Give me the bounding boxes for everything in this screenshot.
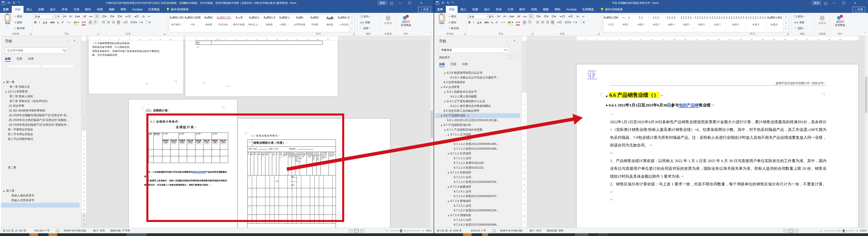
signin-button[interactable]: 登录 [812,1,821,5]
style-item[interactable]: 1.1.1.1.1.1.1.1.标题 8 [726,14,745,32]
nav-tab-pages[interactable]: 页面 [451,63,456,67]
zoom-percentage[interactable]: 60% [426,228,431,233]
style-item[interactable]: A a B附件大标题 [231,14,247,32]
justify-icon[interactable] [117,20,120,25]
nav-tree-item[interactable]: 6.7.1.1.3 发票2421200000001598... [435,146,520,151]
paste-button[interactable]: 粘贴▾ [3,14,13,28]
restore-button[interactable] [406,0,413,6]
accessibility-indicator[interactable]: 辅助功能: 不可用 [110,228,130,233]
nav-tree-item[interactable]: 6.7.1.2.1 合同 [435,156,520,161]
nav-tab-headings[interactable]: 标题 [439,63,445,67]
style-item[interactable]: AaBbCcDc访问过的... [216,14,231,32]
zoom-slider-thumb[interactable] [400,229,402,232]
replace-button[interactable]: ab⇄ 替换 [794,21,805,24]
document-page[interactable]: 备品备件应是性能良好、拆卸更换方便的与原产品同型号、同规格的备品 一个大修期需要… [89,41,183,94]
nav-tree-item[interactable]: 第二节专用合同条款 [1,132,80,137]
expander-icon[interactable] [447,170,451,175]
nav-tree-item[interactable]: 6.3 信用等级评价 [435,80,520,85]
nav-tree-item[interactable]: 6.2.6.1 全国认证认可信息公共服务平... [435,75,520,80]
ribbon-tab[interactable]: 绘图 [469,6,481,13]
nav-tree-item[interactable]: 6.6.1 2022年1月1日至2025年6月30日参... [435,118,520,123]
ribbon-display-options-icon[interactable]: ∨ [388,0,395,6]
taskbar-app-block[interactable] [126,233,147,236]
nav-tree-item[interactable] [1,203,80,208]
search-input[interactable] [6,49,56,52]
ribbon-tab[interactable]: 百度网盘 [145,6,163,13]
search-icon[interactable]: 🔍̸ ▾ [62,48,67,53]
save-to-baidu-button[interactable]: 保存到百度网盘 [398,14,414,27]
align-center-icon[interactable] [541,20,544,25]
ribbon-tab[interactable]: 视图 [106,6,118,13]
select-button[interactable]: ↖ 选择 ▾ [794,27,804,30]
nav-tree-item[interactable]: 第二章 投标人须知 [1,94,80,99]
ribbon-tab[interactable]: 开始 [12,6,24,13]
nav-tab-pages[interactable]: 页面 [17,57,22,61]
read-mode-icon[interactable] [349,229,353,232]
replace-button[interactable]: ab⇄ 替换 [360,21,370,24]
style-item[interactable]: 1.1.1.1.1.1.1.1.1.标题 9 [745,14,767,32]
accessibility-indicator[interactable]: 辅助功能: 调查 [547,228,563,233]
print-layout-icon[interactable] [789,229,793,232]
word-count[interactable]: 8/51383 个字 [34,228,50,233]
distribute-icon[interactable]: ⇿ [557,20,562,25]
font-name-box[interactable]: 宋体▼ [468,14,488,19]
add-ins-button[interactable]: 加载项 [815,15,829,25]
italic-icon[interactable]: I [473,20,474,25]
ribbon-tab[interactable]: 引用 [70,6,82,13]
styles-gallery-arrows[interactable]: ▲▼⊽ [783,14,789,32]
nav-tree-item[interactable]: 6.7.1.4.1 合同 [435,189,520,194]
taskbar-app-block[interactable] [29,233,38,236]
multilevel-list-icon[interactable]: ▾ [552,14,556,19]
clipboard-dialog-launcher-icon[interactable] [463,33,466,35]
zoom-slider-thumb[interactable] [843,229,844,232]
highlight-color-icon[interactable]: ab ▾ [508,20,513,25]
nav-pane-chevron-icon[interactable]: ⌄ [506,39,508,42]
paragraph-shading-icon[interactable]: ▾ [573,20,577,25]
expander-icon[interactable] [444,99,447,104]
expander-icon[interactable] [441,113,443,118]
find-button[interactable]: 查找 ▾ [794,15,804,18]
web-layout-icon[interactable] [360,229,364,232]
nav-tree-item[interactable]: 6.7.1.5 青海油田 [435,199,520,203]
ribbon-tab[interactable]: 插入 [24,6,35,13]
nav-tree-item[interactable]: 第二卷 [1,165,80,170]
style-item[interactable]: AaBb合同节标题 [292,14,307,32]
nav-tree-item[interactable]: 6.4.2 辽宁省专精特新中小企业 [435,99,520,104]
sort-icon[interactable]: A↓ [142,14,146,19]
close-button[interactable]: ✕ [417,0,425,6]
minimize-button[interactable]: — [830,0,838,6]
styles-dialog-launcher-icon[interactable] [352,33,354,35]
ribbon-tab[interactable]: 布局 [59,6,70,13]
bullets-icon[interactable]: ▾ [536,14,540,19]
clear-formatting-icon[interactable]: A◤ [517,14,521,19]
zoom-in-icon[interactable]: + [422,229,424,232]
expander-icon[interactable] [441,123,443,127]
nav-tree-item[interactable]: 6.7.1.3.2 发票2321200000000754... [435,180,520,184]
text-effects-icon[interactable]: A ▾ [67,20,71,25]
zoom-in-icon[interactable]: + [857,229,858,232]
nav-tab-results[interactable]: 结果 [28,57,34,61]
undo-icon[interactable]: ↺▾ [7,1,10,5]
style-item[interactable]: AaBbCcI副标题 [262,14,277,32]
expander-icon[interactable] [444,127,447,132]
character-border-icon[interactable]: A [529,14,533,18]
style-item[interactable]: AaBbCc↵规范 -... [277,14,292,32]
ribbon-tab[interactable]: 文件 [0,6,12,13]
borders-icon[interactable]: ▾ [146,20,150,25]
shading-icon[interactable]: A [523,20,526,25]
italic-icon[interactable]: I [39,20,40,25]
nav-tree-item[interactable]: 6.7.1.3.1 合同 [435,175,520,180]
line-spacing-icon[interactable]: ⇕▾ [564,20,571,25]
shrink-font-icon[interactable]: A˅ [69,14,73,19]
justify-icon[interactable] [551,20,554,25]
taskbar-app-block[interactable] [49,233,57,236]
nav-tree-item[interactable]: (6) 2026年热采封隔器产品“定商定价”采购技术... [1,122,80,127]
word-count[interactable]: 8/55216 个字 [471,228,486,233]
strikethrough-icon[interactable]: abc [484,20,489,25]
increase-indent-icon[interactable]: ⇥ [134,14,139,19]
nav-tree-item[interactable]: 6.5 信息化和工业化融合管理 [435,109,520,113]
horizontal-ruler[interactable]: 8642 246810121416 2468101214161820222426… [86,36,430,41]
expander-icon[interactable] [447,199,451,203]
nav-tree-item[interactable]: 6.7.1.2.2 发票00252150 [435,161,520,166]
nav-pane-close-icon[interactable]: ✕ [73,39,75,42]
